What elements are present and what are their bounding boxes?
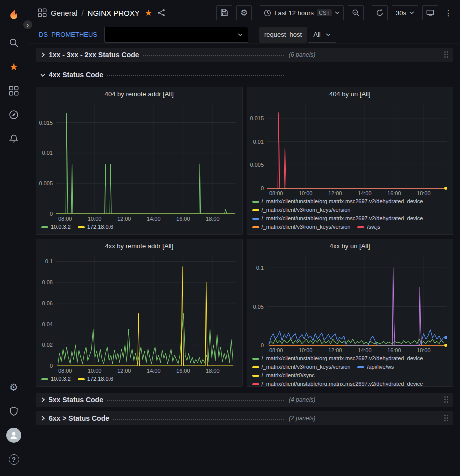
time-range-picker[interactable]: Last 12 hours CST bbox=[260, 5, 344, 20]
chart-404-by-uri[interactable]: 00.0050.010.01508:0010:0012:0014:0016:00… bbox=[247, 100, 453, 197]
user-avatar[interactable] bbox=[4, 425, 24, 445]
chart-canvas[interactable]: 00.050.108:0010:0012:0014:0016:0018:00 bbox=[247, 252, 453, 354]
chart-4xx-by-remote-addr[interactable]: 00.020.040.060.080.108:0010:0012:0014:00… bbox=[36, 252, 242, 375]
chart-legend: /_matrix/client/unstable/org.matrix.msc2… bbox=[247, 354, 453, 386]
refresh-interval-label: 30s bbox=[396, 9, 406, 17]
svg-text:0.015: 0.015 bbox=[250, 115, 264, 121]
tv-mode-button[interactable] bbox=[422, 5, 438, 20]
starred-icon[interactable]: ★ bbox=[4, 57, 24, 77]
request-host-variable: request_host All bbox=[259, 27, 336, 43]
monitor-icon bbox=[426, 9, 434, 17]
grafana-logo[interactable] bbox=[4, 6, 24, 26]
row-drag-handle[interactable] bbox=[444, 396, 449, 404]
panel-grid: 404 by remote addr [All] 00.0050.010.015… bbox=[36, 87, 453, 387]
refresh-interval-picker[interactable]: 30s bbox=[392, 5, 418, 20]
chart-legend: 10.0.3.2172.18.0.6 bbox=[36, 223, 242, 234]
svg-text:08:00: 08:00 bbox=[58, 368, 72, 374]
zoom-out-icon bbox=[352, 9, 360, 17]
chart-canvas[interactable]: 00.0050.010.01508:0010:0012:0014:0016:00… bbox=[36, 100, 242, 223]
request-host-variable-value: All bbox=[313, 31, 320, 38]
svg-text:0: 0 bbox=[260, 342, 263, 348]
legend-item[interactable]: /_matrix/client/v3/room_keys/version bbox=[252, 207, 351, 213]
chart-404-by-remote-addr[interactable]: 00.0050.010.01508:0010:0012:0014:0016:00… bbox=[36, 100, 242, 223]
legend-item[interactable]: 10.0.3.2 bbox=[41, 224, 71, 230]
dashboard-settings-button[interactable]: ⚙ bbox=[236, 5, 252, 20]
svg-text:12:00: 12:00 bbox=[117, 368, 131, 374]
legend-item[interactable]: /_matrix/client/unstable/org.matrix.msc2… bbox=[252, 381, 423, 386]
row-4xx-status-code[interactable]: 4xx Status Code bbox=[36, 68, 453, 82]
svg-text:16:00: 16:00 bbox=[176, 368, 190, 374]
chevron-down-icon bbox=[409, 11, 414, 14]
svg-text:0.015: 0.015 bbox=[39, 120, 53, 126]
breadcrumb-section[interactable]: General bbox=[51, 9, 77, 17]
panel-404-by-uri: 404 by uri [All] 00.0050.010.01508:0010:… bbox=[247, 87, 454, 235]
grafana-flame-icon bbox=[6, 8, 21, 23]
grafana-app: › ★ ⚙ ? General bbox=[0, 0, 460, 476]
legend-item[interactable]: /_matrix/client/v3/room_keys/version bbox=[252, 364, 351, 370]
legend-item[interactable]: /_matrix/client/unstable/org.matrix.msc2… bbox=[252, 215, 423, 222]
svg-text:10:00: 10:00 bbox=[298, 190, 312, 196]
help-icon[interactable]: ? bbox=[4, 449, 24, 469]
legend-item[interactable]: /_matrix/client/v3/room_keys/version bbox=[252, 224, 351, 230]
svg-text:0.005: 0.005 bbox=[39, 180, 53, 186]
svg-text:14:00: 14:00 bbox=[147, 368, 161, 374]
svg-text:14:00: 14:00 bbox=[358, 190, 372, 196]
admin-shield-icon[interactable] bbox=[4, 401, 24, 421]
legend-item[interactable]: /sw.js bbox=[357, 224, 380, 230]
panel-title[interactable]: 4xx by remote addr [All] bbox=[36, 239, 242, 252]
svg-text:08:00: 08:00 bbox=[269, 347, 283, 353]
share-icon[interactable] bbox=[157, 9, 165, 17]
svg-text:18:00: 18:00 bbox=[417, 347, 431, 353]
datasource-variable-select[interactable] bbox=[104, 27, 248, 43]
chart-canvas[interactable]: 00.0050.010.01508:0010:0012:0014:0016:00… bbox=[247, 100, 453, 197]
chevron-down-icon bbox=[238, 33, 243, 36]
request-host-variable-label: request_host bbox=[259, 27, 307, 43]
dashboards-icon[interactable] bbox=[4, 81, 24, 101]
kebab-menu-icon[interactable]: ⋮ bbox=[442, 8, 454, 18]
legend-item[interactable]: /_matrix/client/r0/sync bbox=[252, 372, 315, 379]
sidebar-expand-button[interactable]: › bbox=[23, 20, 32, 29]
panel-404-by-remote-addr: 404 by remote addr [All] 00.0050.010.015… bbox=[36, 87, 243, 235]
legend-item[interactable]: /_matrix/client/unstable/org.matrix.msc2… bbox=[252, 198, 423, 205]
legend-item[interactable]: 172.18.0.6 bbox=[78, 224, 113, 230]
row-title: 4xx Status Code bbox=[49, 71, 103, 79]
chart-legend: 10.0.3.2172.18.0.6 bbox=[36, 375, 242, 386]
panel-title[interactable]: 404 by uri [All] bbox=[247, 87, 453, 100]
refresh-button[interactable] bbox=[372, 5, 388, 20]
row-drag-handle[interactable] bbox=[444, 51, 449, 59]
settings-gear-icon[interactable]: ⚙ bbox=[4, 377, 24, 397]
clock-icon bbox=[264, 9, 271, 17]
row-title: 1xx - 3xx - 2xx Status Code bbox=[49, 51, 139, 59]
legend-item[interactable]: 10.0.3.2 bbox=[41, 376, 71, 382]
zoom-out-button[interactable] bbox=[348, 5, 364, 20]
chevron-down-icon bbox=[40, 72, 46, 78]
explore-compass-icon[interactable] bbox=[4, 105, 24, 125]
panel-title[interactable]: 404 by remote addr [All] bbox=[36, 87, 242, 100]
save-dashboard-button[interactable] bbox=[216, 5, 232, 20]
search-icon[interactable] bbox=[4, 33, 24, 53]
breadcrumb-title[interactable]: NGINX PROXY bbox=[88, 9, 140, 17]
row-1xx-3xx-2xx-status-code[interactable]: 1xx - 3xx - 2xx Status Code (6 panels) bbox=[36, 48, 453, 62]
chevron-right-icon bbox=[40, 397, 46, 403]
legend-item[interactable]: 172.18.0.6 bbox=[78, 376, 113, 382]
chart-canvas[interactable]: 00.020.040.060.080.108:0010:0012:0014:00… bbox=[36, 252, 242, 375]
svg-text:0: 0 bbox=[50, 363, 53, 369]
alerting-bell-icon[interactable] bbox=[4, 129, 24, 149]
svg-text:14:00: 14:00 bbox=[358, 347, 372, 353]
row-drag-handle[interactable] bbox=[444, 415, 449, 422]
row-5xx-status-code[interactable]: 5xx Status Code (4 panels) bbox=[36, 393, 453, 407]
datasource-variable-label: DS_PROMETHEUS bbox=[37, 27, 99, 43]
chart-legend: /_matrix/client/unstable/org.matrix.msc2… bbox=[247, 197, 453, 234]
panel-4xx-by-uri: 4xx by uri [All] 00.050.108:0010:0012:00… bbox=[247, 239, 454, 387]
request-host-variable-select[interactable]: All bbox=[308, 27, 336, 43]
favorite-star-icon[interactable]: ★ bbox=[145, 9, 152, 17]
panel-title[interactable]: 4xx by uri [All] bbox=[247, 239, 453, 252]
main-area: General / NGINX PROXY ★ ⚙ Last 12 hours … bbox=[28, 0, 460, 476]
svg-text:0.05: 0.05 bbox=[253, 304, 263, 310]
legend-item[interactable]: /_matrix/client/unstable/org.matrix.msc2… bbox=[252, 355, 423, 362]
chevron-down-icon bbox=[335, 11, 340, 14]
row-6xx-status-code[interactable]: 6xx > Status Code (2 panels) bbox=[36, 411, 453, 425]
svg-text:0.01: 0.01 bbox=[253, 139, 263, 145]
chart-4xx-by-uri[interactable]: 00.050.108:0010:0012:0014:0016:0018:00 bbox=[247, 252, 453, 354]
legend-item[interactable]: /api/live/ws bbox=[357, 364, 394, 370]
